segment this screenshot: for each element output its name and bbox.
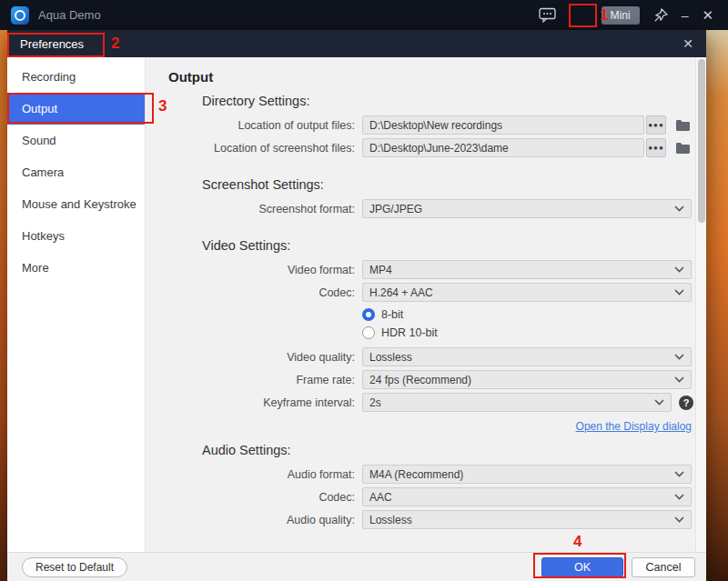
frame-rate-row: Frame rate: 24 fps (Recommend) — [146, 370, 695, 389]
sidebar-item-mouse-keystroke[interactable]: Mouse and Keystroke — [7, 188, 145, 220]
background-app-right — [706, 30, 728, 581]
chevron-down-icon — [674, 205, 684, 212]
cancel-button[interactable]: Cancel — [632, 557, 695, 577]
frame-rate-value: 24 fps (Recommend) — [369, 374, 471, 386]
sidebar-item-sound[interactable]: Sound — [7, 125, 145, 156]
video-codec-row: Codec: H.264 + AAC — [146, 283, 695, 302]
video-settings-title: Video Settings: — [202, 238, 695, 253]
app-logo-icon — [11, 6, 29, 25]
sidebar-item-camera[interactable]: Camera — [7, 156, 145, 188]
chevron-down-icon — [674, 376, 684, 383]
feedback-icon[interactable] — [539, 7, 556, 23]
audio-quality-select[interactable]: Lossless — [362, 510, 692, 529]
screenshot-format-label: Screenshot format: — [146, 203, 362, 215]
screenshot-format-select[interactable]: JPG/JPEG — [362, 199, 692, 218]
screenshot-format-row: Screenshot format: JPG/JPEG — [146, 199, 695, 218]
audio-format-value: M4A (Recommend) — [369, 468, 463, 481]
keyframe-interval-row: Keyframe interval: 2s ? — [146, 393, 695, 412]
open-output-folder-icon[interactable] — [675, 119, 691, 132]
output-settings-panel: Output Directory Settings: Location of o… — [146, 57, 695, 552]
audio-settings-title: Audio Settings: — [202, 443, 695, 457]
open-display-dialog-link[interactable]: Open the Display dialog — [576, 420, 692, 433]
chevron-down-icon — [674, 516, 684, 523]
audio-format-row: Audio format: M4A (Recommend) — [146, 465, 695, 484]
audio-format-label: Audio format: — [146, 468, 362, 481]
audio-codec-select[interactable]: AAC — [362, 487, 692, 506]
bit-depth-hdr10-option[interactable]: HDR 10-bit — [362, 326, 695, 340]
dialog-title: Preferences — [20, 37, 84, 51]
dialog-header: Preferences ✕ — [7, 30, 706, 57]
display-dialog-link-row: Open the Display dialog — [146, 417, 692, 434]
video-codec-value: H.264 + AAC — [369, 286, 433, 299]
titlebar: Aqua Demo Mini – ✕ — [0, 0, 728, 30]
output-files-row: Location of output files: D:\Desktop\New… — [146, 115, 695, 135]
video-format-select[interactable]: MP4 — [362, 260, 692, 279]
sidebar-item-recording[interactable]: Recording — [7, 61, 145, 93]
frame-rate-label: Frame rate: — [146, 374, 362, 386]
sidebar-item-more[interactable]: More — [7, 252, 145, 284]
video-codec-select[interactable]: H.264 + AAC — [362, 283, 692, 302]
directory-settings-title: Directory Settings: — [202, 94, 695, 108]
radio-hdr10-label: HDR 10-bit — [381, 326, 438, 339]
audio-codec-value: AAC — [369, 491, 392, 504]
screenshot-files-value: D:\Desktop\June-2023\dame — [369, 142, 509, 155]
minimize-button[interactable]: – — [682, 9, 689, 22]
chevron-down-icon — [674, 289, 684, 296]
output-files-label: Location of output files: — [146, 119, 362, 132]
ok-button[interactable]: OK — [541, 557, 623, 577]
video-format-row: Video format: MP4 — [146, 260, 695, 279]
keyframe-help-icon[interactable]: ? — [679, 396, 693, 410]
audio-codec-label: Codec: — [146, 491, 362, 504]
dialog-footer: Reset to Default OK Cancel — [7, 552, 706, 581]
screenshot-files-label: Location of screenshot files: — [146, 142, 362, 155]
video-quality-value: Lossless — [369, 351, 412, 364]
background-app-left — [0, 30, 7, 581]
open-screenshot-folder-icon[interactable] — [675, 142, 691, 155]
mini-mode-button[interactable]: Mini — [602, 6, 640, 25]
page-title: Output — [168, 69, 695, 85]
keyframe-interval-value: 2s — [369, 396, 381, 409]
screenshot-settings-title: Screenshot Settings: — [202, 177, 695, 192]
keyframe-interval-label: Keyframe interval: — [146, 396, 362, 409]
window-close-button[interactable]: ✕ — [702, 8, 713, 22]
preferences-dialog: Preferences ✕ Recording Output Sound Cam… — [7, 30, 706, 581]
keyframe-interval-select[interactable]: 2s — [362, 393, 672, 412]
scrollbar-thumb[interactable] — [698, 59, 705, 223]
browse-screenshot-button[interactable]: ●●● — [646, 138, 666, 157]
output-files-input[interactable]: D:\Desktop\New recordings — [362, 115, 644, 135]
video-format-label: Video format: — [146, 264, 362, 276]
dialog-close-button[interactable]: ✕ — [682, 36, 693, 51]
video-format-value: MP4 — [369, 264, 392, 276]
pin-on-top-icon[interactable] — [653, 8, 668, 23]
audio-quality-value: Lossless — [369, 514, 412, 526]
radio-8bit-label: 8-bit — [381, 308, 403, 321]
audio-quality-label: Audio quality: — [146, 514, 362, 526]
record-ring-icon — [15, 10, 25, 21]
screenshot-files-input[interactable]: D:\Desktop\June-2023\dame — [362, 138, 644, 157]
browse-output-button[interactable]: ●●● — [646, 115, 666, 135]
video-quality-row: Video quality: Lossless — [146, 347, 695, 366]
bit-depth-8bit-option[interactable]: 8-bit — [362, 307, 695, 322]
video-codec-label: Codec: — [146, 286, 362, 299]
content-scrollbar[interactable] — [695, 57, 706, 552]
video-quality-select[interactable]: Lossless — [362, 347, 692, 366]
chevron-down-icon — [674, 266, 684, 273]
audio-codec-row: Codec: AAC — [146, 487, 695, 506]
chevron-down-icon — [654, 399, 664, 406]
radio-hdr10[interactable] — [362, 326, 375, 339]
frame-rate-select[interactable]: 24 fps (Recommend) — [362, 370, 692, 389]
preferences-sidebar: Recording Output Sound Camera Mouse and … — [7, 57, 146, 552]
chevron-down-icon — [674, 494, 684, 500]
app-title: Aqua Demo — [38, 8, 101, 22]
chevron-down-icon — [674, 471, 684, 477]
radio-8bit-selected[interactable] — [362, 308, 375, 321]
sidebar-item-output[interactable]: Output — [7, 93, 145, 125]
audio-format-select[interactable]: M4A (Recommend) — [362, 465, 692, 484]
audio-quality-row: Audio quality: Lossless — [146, 510, 695, 529]
screenshot-format-value: JPG/JPEG — [369, 203, 422, 215]
menu-hamburger-icon[interactable] — [570, 7, 588, 24]
video-quality-label: Video quality: — [146, 351, 362, 364]
output-files-value: D:\Desktop\New recordings — [369, 119, 502, 132]
sidebar-item-hotkeys[interactable]: Hotkeys — [7, 220, 145, 252]
reset-to-default-button[interactable]: Reset to Default — [22, 557, 127, 577]
